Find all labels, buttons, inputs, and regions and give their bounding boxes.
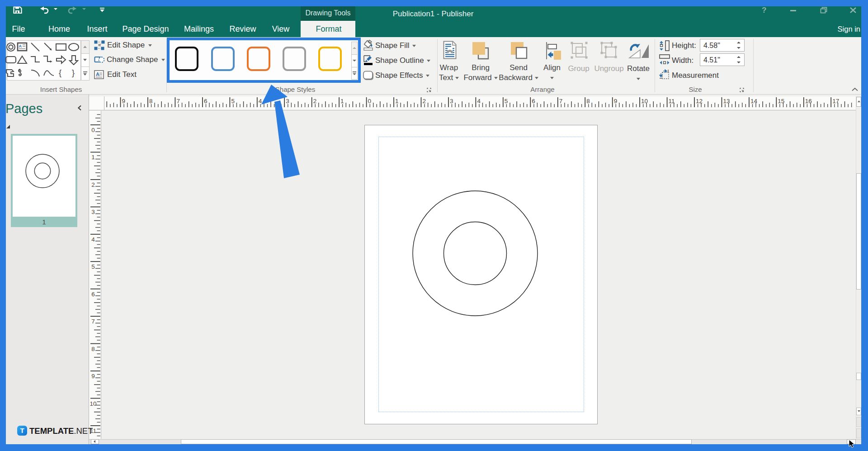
- svg-text:9: 9: [614, 98, 618, 104]
- svg-text:{: {: [59, 68, 61, 77]
- svg-text:0: 0: [368, 98, 372, 104]
- svg-text:0: 0: [91, 127, 95, 133]
- svg-text:1: 1: [340, 98, 344, 104]
- svg-text:2: 2: [313, 98, 317, 104]
- svg-text:1: 1: [91, 154, 95, 161]
- svg-text:4: 4: [477, 98, 481, 104]
- svg-text:9: 9: [122, 98, 126, 104]
- svg-text:2: 2: [423, 98, 426, 104]
- svg-text:A: A: [96, 71, 99, 77]
- svg-text:7: 7: [559, 98, 563, 104]
- svg-text:14: 14: [750, 98, 758, 104]
- svg-text:9: 9: [91, 373, 95, 380]
- svg-text:}: }: [72, 68, 75, 77]
- svg-text:8: 8: [149, 98, 153, 104]
- svg-text:3: 3: [91, 209, 95, 215]
- svg-text:8: 8: [586, 98, 590, 104]
- svg-text:4: 4: [91, 236, 95, 243]
- svg-text:10: 10: [90, 400, 96, 407]
- svg-text:6: 6: [91, 291, 95, 298]
- svg-text:2: 2: [91, 181, 95, 188]
- svg-text:5: 5: [231, 98, 235, 104]
- svg-text:6: 6: [532, 98, 535, 104]
- svg-text:6: 6: [204, 98, 208, 104]
- svg-text:7: 7: [91, 318, 95, 325]
- svg-text:7: 7: [176, 98, 180, 104]
- svg-text:A: A: [19, 44, 22, 48]
- svg-text:1: 1: [395, 98, 399, 104]
- svg-text:5: 5: [91, 263, 95, 270]
- svg-text:3: 3: [450, 98, 453, 104]
- svg-text:8: 8: [91, 346, 95, 352]
- svg-text:5: 5: [505, 98, 508, 104]
